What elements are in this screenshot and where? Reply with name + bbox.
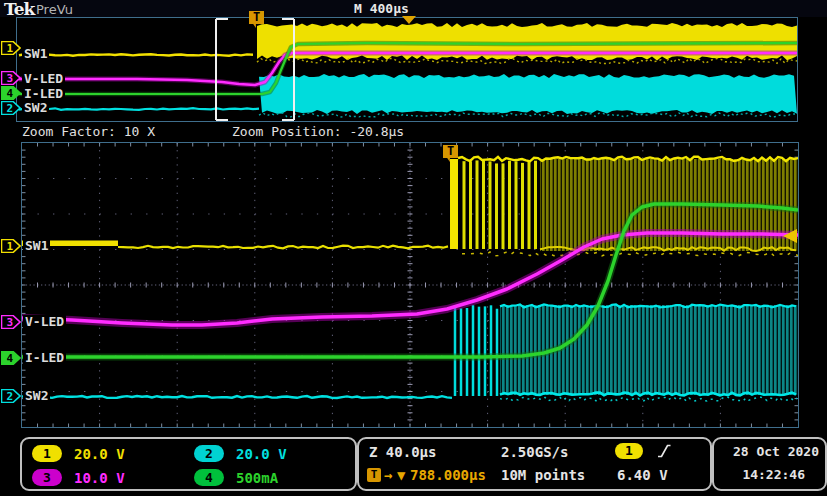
svg-text:2: 2 <box>7 390 14 403</box>
zoom-position-readout: Zoom Position: -20.8µs <box>232 124 404 139</box>
trigger-delay-readout: 788.000µs <box>410 467 486 483</box>
channel-3-label-overview: V-LED <box>22 72 65 86</box>
channel-1-badge: 1 <box>32 445 62 462</box>
datetime-box: 28 Oct 2020 14:22:46 <box>712 437 827 491</box>
channel-4-badge: 4 <box>194 469 224 486</box>
channel-2-marker-overview: 2 <box>1 101 21 115</box>
zoom-info-bar: Zoom Factor: 10 X Zoom Position: -20.8µs <box>0 123 827 141</box>
channel-3-scale-cell: 310.0 V <box>32 467 125 485</box>
channel-4-label-main: I-LED <box>23 351 66 365</box>
channel-2-label-overview: SW2 <box>22 101 49 115</box>
channel-4-scale: 500mA <box>236 470 278 486</box>
svg-text:1: 1 <box>7 42 14 55</box>
svg-text:4: 4 <box>7 352 14 365</box>
channel-1-marker-overview: 1 <box>1 41 21 55</box>
trigger-slope-icon <box>656 443 672 459</box>
channel-3-marker-overview: 3 <box>1 71 21 85</box>
acquisition-status: PreVu <box>36 2 73 17</box>
zoom-timebase-readout: Z 40.0µs <box>369 444 436 460</box>
trigger-position-marker-icon <box>402 16 416 24</box>
oscilloscope-screen: Tek PreVu M 400µs T 1 3 4 2 SW1 V-LED I-… <box>0 0 827 496</box>
time-readout: 14:22:46 <box>742 467 805 482</box>
svg-text:1: 1 <box>7 240 14 253</box>
channel-2-badge: 2 <box>194 445 224 462</box>
main-timebase-readout: M 400µs <box>354 1 409 16</box>
channel-4-marker-overview: 4 <box>1 86 21 100</box>
channel-2-scale-cell: 220.0 V <box>194 443 287 461</box>
channel-4-label-overview: I-LED <box>22 87 65 101</box>
channel-4-marker-main: 4 <box>1 351 21 365</box>
channel-3-scale: 10.0 V <box>74 470 125 486</box>
acquisition-overview-window <box>16 17 798 122</box>
zoom-factor-readout: Zoom Factor: 10 X <box>22 124 155 139</box>
channel-scales-box: 120.0 V 220.0 V 310.0 V 4500mA <box>20 437 357 491</box>
svg-text:2: 2 <box>7 102 14 115</box>
record-length-readout: 10M points <box>501 467 585 483</box>
trigger-source-badge: 1 <box>615 443 643 459</box>
channel-3-marker-main: 3 <box>1 315 21 329</box>
svg-text:4: 4 <box>7 87 14 100</box>
channel-1-scale: 20.0 V <box>74 446 125 462</box>
channel-1-marker-main: 1 <box>1 239 21 253</box>
channel-3-badge: 3 <box>32 469 62 486</box>
svg-text:3: 3 <box>7 72 14 85</box>
trigger-delay-arrow-icon: → <box>384 467 392 483</box>
channel-1-scale-cell: 120.0 V <box>32 443 125 461</box>
channel-1-label-overview: SW1 <box>22 47 49 61</box>
channel-2-marker-main: 2 <box>1 389 21 403</box>
acquisition-trigger-box: Z 40.0µs 2.50GS/s 1 T → ▼ 788.000µs 10M … <box>357 437 712 491</box>
trigger-flag-icon: T <box>367 468 381 482</box>
svg-text:3: 3 <box>7 316 14 329</box>
channel-2-label-main: SW2 <box>23 389 50 403</box>
overview-waveforms <box>17 18 797 121</box>
zoom-waveforms <box>22 143 798 427</box>
top-status-bar: Tek PreVu M 400µs <box>0 0 827 17</box>
channel-3-label-main: V-LED <box>23 315 66 329</box>
channel-4-scale-cell: 4500mA <box>194 467 278 485</box>
channel-1-label-main: SW1 <box>23 239 50 253</box>
trigger-level-readout: 6.40 V <box>617 467 668 483</box>
zoom-waveform-graticule <box>21 142 799 428</box>
sample-rate-readout: 2.50GS/s <box>501 444 568 460</box>
date-readout: 28 Oct 2020 <box>733 444 819 459</box>
channel-2-scale: 20.0 V <box>236 446 287 462</box>
trigger-delay-triangle-icon: ▼ <box>397 467 405 483</box>
